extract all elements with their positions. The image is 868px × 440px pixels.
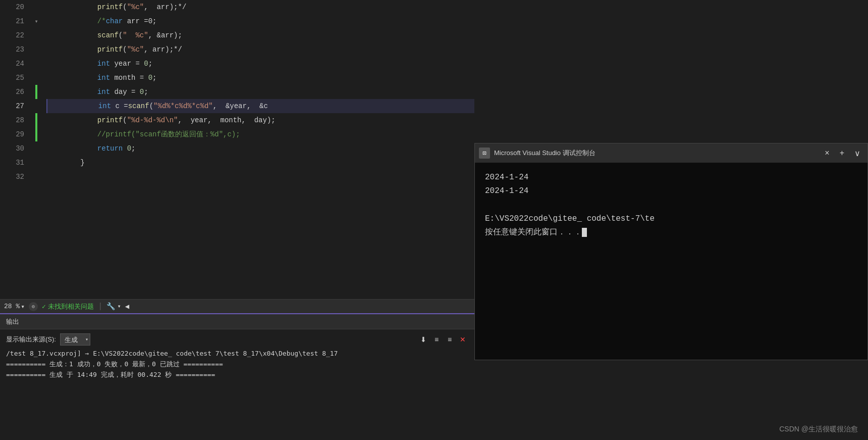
watermark: CSDN @生活很暖很治愈 xyxy=(779,425,858,434)
code-lines[interactable]: printf("%c", arr);*/ /*char arr =0; scan… xyxy=(42,0,474,313)
gutter-32 xyxy=(30,170,42,184)
code-line-25[interactable]: int month = 0; xyxy=(46,71,474,85)
status-divider: | xyxy=(98,302,103,311)
term-prompt-text: 按任意键关闭此窗口．．． xyxy=(485,228,582,237)
gutter-24 xyxy=(30,57,42,71)
code-line-30[interactable]: return 0; xyxy=(46,141,474,156)
line-num-22: 22 xyxy=(0,28,30,42)
zoom-control[interactable]: 28 % ▾ xyxy=(4,303,25,311)
output-clear-btn[interactable]: ✕ xyxy=(457,334,468,345)
no-issues-indicator: ✓ 未找到相关问题 xyxy=(42,302,94,311)
code-line-27[interactable]: int c =scanf("%d%*c%d%*c%d", &year, &c xyxy=(46,99,474,113)
term-cursor xyxy=(582,228,587,237)
terminal-title: Microsoft Visual Studio 调试控制台 xyxy=(494,149,818,158)
line-num-31: 31 xyxy=(0,156,30,170)
output-log: /test 8_17.vcxproj] → E:\VS2022code\gite… xyxy=(6,349,468,380)
line-num-27: 27 xyxy=(0,99,30,113)
line-numbers: 20 21 22 23 24 25 26 27 28 29 30 31 32 xyxy=(0,0,30,313)
line-num-21: 21 xyxy=(0,14,30,28)
gutter-27 xyxy=(30,99,42,113)
code-line-20[interactable]: printf("%c", arr);*/ xyxy=(46,0,474,14)
line-num-32: 32 xyxy=(0,170,30,184)
gutter-23 xyxy=(30,42,42,57)
line-num-29: 29 xyxy=(0,127,30,141)
line-num-30: 30 xyxy=(0,141,30,156)
scroll-left-btn[interactable]: ◀ xyxy=(125,302,129,311)
output-header: 输出 xyxy=(0,314,474,329)
terminal-body: 2024-1-24 2024-1-24 E:\VS2022code\gitee_… xyxy=(475,163,867,248)
zoom-dropdown-arrow[interactable]: ▾ xyxy=(21,303,25,311)
log-line-1: /test 8_17.vcxproj] → E:\VS2022code\gite… xyxy=(6,349,468,359)
tools-icon[interactable]: 🔧 xyxy=(106,302,115,311)
gutter-29 xyxy=(30,127,42,141)
code-line-31[interactable]: } xyxy=(46,156,474,170)
term-line-2: 2024-1-24 xyxy=(485,184,857,198)
line-num-25: 25 xyxy=(0,71,30,85)
watermark-text: CSDN @生活很暖很治愈 xyxy=(779,425,858,433)
gutter-20 xyxy=(30,0,42,14)
checkmark-icon: ✓ xyxy=(42,303,46,311)
gutter-22 xyxy=(30,28,42,42)
green-bar-28 xyxy=(35,113,37,127)
terminal-more-btn[interactable]: ∨ xyxy=(851,148,863,159)
line-num-23: 23 xyxy=(0,42,30,57)
code-line-29[interactable]: //printf("scanf函数的返回值：%d",c); xyxy=(46,127,474,141)
line-num-26: 26 xyxy=(0,85,30,99)
code-line-28[interactable]: printf("%d-%d-%d\n", year, month, day); xyxy=(46,113,474,127)
status-bar: 28 % ▾ ⊙ ✓ 未找到相关问题 | 🔧 ▾ ◀ xyxy=(0,299,474,313)
output-tool-btn-3[interactable]: ≡ xyxy=(444,334,455,345)
editor-area: 20 21 22 23 24 25 26 27 28 29 30 31 32 ▾ xyxy=(0,0,474,313)
log-line-3: ========== 生成 于 14:49 完成，耗时 00.422 秒 ===… xyxy=(6,370,468,380)
output-source-label: 显示输出来源(S): xyxy=(6,335,56,344)
output-tool-btn-1[interactable]: ⬇ xyxy=(418,334,429,345)
output-source-dropdown-wrapper[interactable]: 生成 ▾ xyxy=(60,333,90,346)
terminal-popup: ⊡ Microsoft Visual Studio 调试控制台 × + ∨ 20… xyxy=(474,143,868,360)
fold-icon-21[interactable]: ▾ xyxy=(34,18,38,25)
line-num-20: 20 xyxy=(0,0,30,14)
gutter-30 xyxy=(30,141,42,156)
gutter-28 xyxy=(30,113,42,127)
output-title: 输出 xyxy=(6,317,19,326)
gutter: ▾ xyxy=(30,0,42,313)
gutter-25 xyxy=(30,71,42,85)
output-tool-btn-2[interactable]: ≡ xyxy=(431,334,442,345)
code-line-32[interactable] xyxy=(46,170,474,184)
terminal-controls: × + ∨ xyxy=(822,148,863,159)
output-panel: 输出 显示输出来源(S): 生成 ▾ ⬇ ≡ ≡ ✕ /test 8_17.vc… xyxy=(0,313,474,440)
term-line-3 xyxy=(485,198,857,212)
no-issues-text: 未找到相关问题 xyxy=(48,302,94,311)
zoom-value: 28 % xyxy=(4,303,20,310)
intellisense-icon[interactable]: ⊙ xyxy=(29,302,38,311)
term-line-4: E:\VS2022code\gitee_ code\test-7\te xyxy=(485,212,857,226)
output-source-dropdown[interactable]: 生成 xyxy=(60,333,90,346)
output-toolbar: ⬇ ≡ ≡ ✕ xyxy=(418,334,468,345)
log-line-2: ========== 生成：1 成功，0 失败，0 最新，0 已跳过 =====… xyxy=(6,359,468,370)
term-line-1: 2024-1-24 xyxy=(485,171,857,184)
gutter-26 xyxy=(30,85,42,99)
term-line-5: 按任意键关闭此窗口．．． xyxy=(485,226,857,239)
terminal-add-btn[interactable]: + xyxy=(837,148,847,159)
green-bar-26 xyxy=(35,85,37,99)
tools-dropdown-arrow[interactable]: ▾ xyxy=(117,303,121,310)
terminal-header: ⊡ Microsoft Visual Studio 调试控制台 × + ∨ xyxy=(475,143,867,163)
code-line-23[interactable]: printf("%c", arr);*/ xyxy=(46,42,474,57)
terminal-icon: ⊡ xyxy=(479,148,490,159)
line-num-28: 28 xyxy=(0,113,30,127)
gutter-31 xyxy=(30,156,42,170)
code-line-22[interactable]: scanf(" %c", &arr); xyxy=(46,28,474,42)
code-line-24[interactable]: int year = 0; xyxy=(46,57,474,71)
gutter-21[interactable]: ▾ xyxy=(30,14,42,28)
output-source-row: 显示输出来源(S): 生成 ▾ ⬇ ≡ ≡ ✕ xyxy=(6,333,468,346)
code-container: 20 21 22 23 24 25 26 27 28 29 30 31 32 ▾ xyxy=(0,0,474,313)
output-content: 显示输出来源(S): 生成 ▾ ⬇ ≡ ≡ ✕ /test 8_17.vcxpr… xyxy=(0,329,474,384)
line-num-24: 24 xyxy=(0,57,30,71)
green-bar-29 xyxy=(35,127,37,141)
status-tools: 🔧 ▾ xyxy=(106,302,121,311)
code-line-21[interactable]: /*char arr =0; xyxy=(46,14,474,28)
terminal-close-btn[interactable]: × xyxy=(822,148,832,159)
code-line-26[interactable]: int day = 0; xyxy=(46,85,474,99)
